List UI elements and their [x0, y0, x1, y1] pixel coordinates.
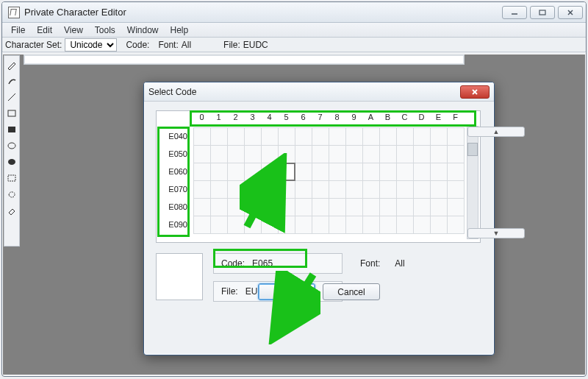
grid-cell[interactable]: [329, 127, 346, 146]
grid-cell[interactable]: [295, 127, 312, 146]
grid-cell[interactable]: [362, 198, 380, 216]
grid-cell[interactable]: [261, 198, 279, 216]
grid-cell[interactable]: [193, 198, 211, 216]
grid-cell[interactable]: [345, 127, 363, 146]
grid-cell[interactable]: [379, 198, 397, 216]
grid-cell[interactable]: [312, 163, 329, 181]
grid-cell[interactable]: [329, 180, 346, 199]
grid-cell[interactable]: [295, 216, 312, 234]
charset-select[interactable]: Unicode: [65, 38, 117, 52]
grid-cell[interactable]: [312, 180, 329, 199]
grid-cell[interactable]: [193, 163, 211, 181]
grid-cell[interactable]: [193, 216, 211, 234]
menu-edit[interactable]: Edit: [31, 24, 58, 37]
grid-cell[interactable]: [447, 198, 465, 216]
grid-cell[interactable]: [295, 145, 312, 163]
grid-cell[interactable]: [244, 198, 262, 216]
grid-cell[interactable]: [430, 163, 448, 181]
grid-cell[interactable]: [329, 145, 346, 163]
grid-cells[interactable]: [193, 127, 464, 238]
menu-view[interactable]: View: [58, 24, 89, 37]
grid-cell[interactable]: [362, 145, 380, 163]
dialog-close-button[interactable]: [460, 85, 490, 99]
rect-filled-icon[interactable]: [6, 124, 18, 135]
grid-cell[interactable]: [345, 145, 363, 163]
grid-cell[interactable]: [210, 145, 228, 163]
grid-cell[interactable]: [261, 145, 279, 163]
grid-cell[interactable]: [193, 127, 211, 146]
grid-cell[interactable]: [278, 127, 295, 146]
grid-cell[interactable]: [278, 180, 295, 199]
grid-cell[interactable]: [227, 145, 245, 163]
grid-cell[interactable]: [193, 145, 211, 163]
grid-cell[interactable]: [379, 127, 397, 146]
grid-cell[interactable]: [227, 198, 245, 216]
grid-cell[interactable]: [362, 163, 380, 181]
grid-cell[interactable]: [210, 163, 228, 181]
minimize-button[interactable]: [502, 6, 527, 19]
ellipse-filled-icon[interactable]: [6, 156, 18, 168]
grid-cell[interactable]: [312, 127, 329, 146]
grid-cell[interactable]: [227, 216, 245, 234]
menu-window[interactable]: Window: [121, 24, 165, 37]
grid-cell[interactable]: [379, 163, 397, 181]
grid-cell[interactable]: [278, 163, 295, 181]
grid-cell[interactable]: [244, 216, 262, 234]
menu-tools[interactable]: Tools: [89, 24, 121, 37]
grid-cell[interactable]: [227, 163, 245, 181]
grid-cell[interactable]: [345, 216, 363, 234]
grid-cell[interactable]: [430, 198, 448, 216]
grid-cell[interactable]: [329, 163, 346, 181]
line-icon[interactable]: [6, 91, 18, 103]
grid-cell[interactable]: [329, 216, 346, 234]
menu-help[interactable]: Help: [165, 24, 195, 37]
grid-cell[interactable]: [345, 163, 363, 181]
grid-cell[interactable]: [447, 127, 465, 146]
grid-cell[interactable]: [430, 145, 448, 163]
grid-cell[interactable]: [312, 198, 329, 216]
menu-file[interactable]: File: [5, 24, 31, 37]
select-rect-icon[interactable]: [6, 172, 18, 184]
grid-cell[interactable]: [227, 180, 245, 199]
grid-cell[interactable]: [430, 180, 448, 199]
grid-cell[interactable]: [210, 216, 228, 234]
grid-cell[interactable]: [345, 198, 363, 216]
grid-cell[interactable]: [193, 180, 211, 199]
rect-icon[interactable]: [6, 107, 18, 119]
close-button[interactable]: [558, 6, 583, 19]
ok-button[interactable]: OK: [258, 283, 315, 300]
grid-cell[interactable]: [430, 127, 448, 146]
grid-cell[interactable]: [447, 163, 465, 181]
eraser-icon[interactable]: [6, 205, 18, 216]
grid-cell[interactable]: [312, 145, 329, 163]
grid-cell[interactable]: [312, 216, 329, 234]
grid-cell[interactable]: [396, 198, 414, 216]
grid-cell[interactable]: [413, 163, 431, 181]
grid-cell[interactable]: [447, 180, 465, 199]
grid-cell[interactable]: [396, 145, 414, 163]
grid-cell[interactable]: [261, 127, 279, 146]
grid-cell[interactable]: [244, 163, 262, 181]
grid-cell[interactable]: [261, 180, 279, 199]
grid-cell[interactable]: [362, 127, 380, 146]
grid-cell[interactable]: [396, 163, 414, 181]
grid-cell[interactable]: [244, 145, 262, 163]
grid-cell[interactable]: [362, 216, 380, 234]
grid-cell[interactable]: [244, 127, 262, 146]
grid-cell[interactable]: [261, 163, 279, 181]
pencil-icon[interactable]: [6, 59, 18, 71]
grid-cell[interactable]: [430, 216, 448, 234]
grid-cell[interactable]: [396, 180, 414, 199]
grid-cell[interactable]: [396, 127, 414, 146]
grid-cell[interactable]: [278, 198, 295, 216]
grid-cell[interactable]: [278, 216, 295, 234]
cancel-button[interactable]: Cancel: [323, 283, 380, 300]
select-free-icon[interactable]: [6, 188, 18, 200]
grid-cell[interactable]: [295, 198, 312, 216]
scroll-thumb[interactable]: [467, 143, 478, 156]
grid-cell[interactable]: [413, 180, 431, 199]
grid-cell[interactable]: [413, 145, 431, 163]
grid-cell[interactable]: [278, 145, 295, 163]
grid-cell[interactable]: [396, 216, 414, 234]
grid-scrollbar[interactable]: ▲ ▼: [467, 126, 478, 239]
